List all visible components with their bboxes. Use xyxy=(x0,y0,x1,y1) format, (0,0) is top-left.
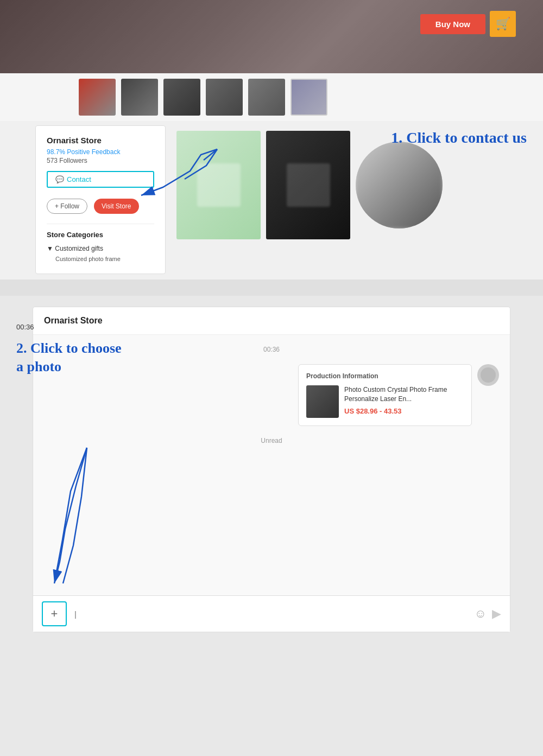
product-images-area xyxy=(176,125,508,274)
product-image-1 xyxy=(176,131,261,239)
product-thumbnail xyxy=(306,385,339,418)
add-icon: + xyxy=(51,607,58,621)
contact-label: Contact xyxy=(67,175,91,183)
product-card-info: Photo Custom Crystal Photo Frame Persona… xyxy=(344,385,464,415)
product-card-content: Photo Custom Crystal Photo Frame Persona… xyxy=(306,385,464,418)
emoji-icon: ☺ xyxy=(475,607,487,620)
product-card-title: Production Information xyxy=(306,372,464,380)
buy-now-button[interactable]: Buy Now xyxy=(420,14,485,34)
store-categories-section: Store Categories ▼ Customized gifts Cust… xyxy=(47,224,154,264)
category-customized-gifts[interactable]: ▼ Customized gifts xyxy=(47,243,154,254)
contact-btn-wrapper: 💬 Contact xyxy=(47,171,154,193)
product-card-message: Production Information Photo Custom Crys… xyxy=(298,364,472,426)
product-card-price: US $28.96 - 43.53 xyxy=(344,407,464,415)
top-right-buttons: Buy Now 🛒 xyxy=(420,11,516,37)
store-banner: Buy Now 🛒 xyxy=(0,0,543,73)
store-followers: 573 Followers xyxy=(47,157,154,164)
chat-spacer xyxy=(44,455,499,585)
send-button[interactable]: ▶ xyxy=(492,607,501,621)
section-divider xyxy=(0,279,543,296)
timestamp-left: 00:36 xyxy=(16,323,34,331)
store-name: Ornarist Store xyxy=(47,136,154,145)
follow-button[interactable]: + Follow xyxy=(47,199,87,214)
unread-label: Unread xyxy=(44,437,499,444)
chat-input[interactable] xyxy=(72,605,469,623)
emoji-button[interactable]: ☺ xyxy=(475,607,487,621)
page-wrapper: Buy Now 🛒 1. Click to contact us xyxy=(0,0,543,643)
avatar xyxy=(477,364,499,386)
top-area: Buy Now 🛒 1. Click to contact us xyxy=(0,0,543,279)
store-card: Ornarist Store 98.7% Positive Feedback 5… xyxy=(35,125,166,274)
chat-footer: + ☺ ▶ xyxy=(33,595,510,632)
contact-button[interactable]: 💬 Contact xyxy=(47,171,154,188)
product-image-3 xyxy=(356,142,443,228)
category-photo-frame[interactable]: Customized photo frame xyxy=(47,254,154,264)
chat-body: 00:36 Production Information Photo Custo… xyxy=(33,335,510,595)
contact-icon: 💬 xyxy=(55,175,64,183)
store-info-area: Ornarist Store 98.7% Positive Feedback 5… xyxy=(0,125,543,274)
add-to-cart-button[interactable]: 🛒 xyxy=(490,11,516,37)
thumbnail-5[interactable] xyxy=(248,79,285,116)
send-icon: ▶ xyxy=(492,607,501,620)
store-feedback: 98.7% Positive Feedback xyxy=(47,148,154,156)
visit-store-button[interactable]: Visit Store xyxy=(94,199,138,214)
thumbnail-3[interactable] xyxy=(163,79,200,116)
thumbnail-row xyxy=(0,73,543,121)
chat-area-wrapper: 2. Click to choose a photo 00:36 Ornaris… xyxy=(0,296,543,643)
categories-title: Store Categories xyxy=(47,231,154,239)
chat-header: Ornarist Store xyxy=(33,307,510,335)
follow-row: + Follow Visit Store xyxy=(47,199,154,214)
chat-timestamp: 00:36 xyxy=(44,346,499,353)
thumbnail-6[interactable] xyxy=(291,79,327,116)
chat-message-right: Production Information Photo Custom Crys… xyxy=(44,364,499,426)
thumbnail-2[interactable] xyxy=(121,79,158,116)
product-card-name: Photo Custom Crystal Photo Frame Persona… xyxy=(344,385,464,404)
product-image-2 xyxy=(266,131,350,239)
chat-section: Ornarist Store 00:36 Production Informat… xyxy=(33,307,510,632)
thumbnail-4[interactable] xyxy=(206,79,243,116)
thumbnail-1[interactable] xyxy=(79,79,116,116)
add-media-button[interactable]: + xyxy=(42,601,67,626)
